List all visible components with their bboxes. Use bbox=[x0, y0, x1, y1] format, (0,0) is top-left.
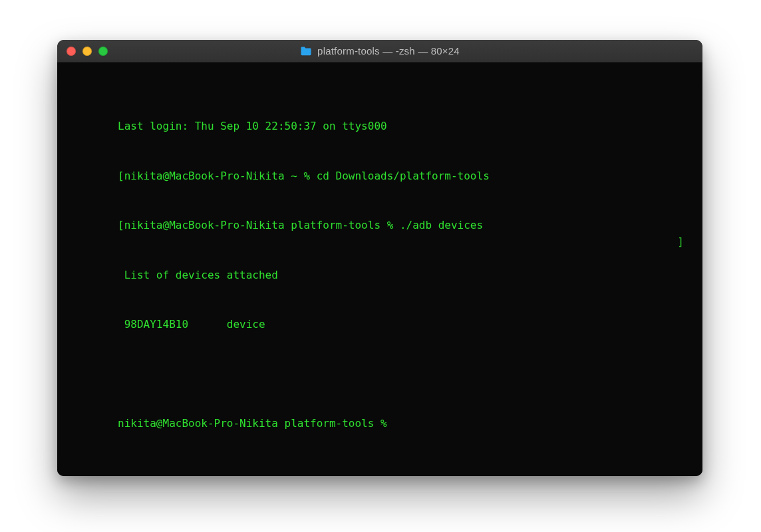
current-prompt: nikita@MacBook-Pro-Nikita platform-tools… bbox=[118, 417, 393, 430]
folder-icon bbox=[300, 47, 312, 56]
minimize-button[interactable] bbox=[82, 47, 92, 56]
window-title-text: platform-tools — -zsh — 80×24 bbox=[317, 45, 460, 57]
terminal-body[interactable]: Last login: Thu Sep 10 22:50:37 on ttys0… bbox=[57, 63, 702, 476]
output-line-2: 98DAY14B10 device bbox=[118, 318, 265, 331]
prompt-line-2: [nikita@MacBook-Pro-Nikita platform-tool… bbox=[118, 219, 483, 231]
zoom-button[interactable] bbox=[98, 47, 108, 56]
prompt-line-1: [nikita@MacBook-Pro-Nikita ~ % cd Downlo… bbox=[118, 170, 490, 182]
close-button[interactable] bbox=[67, 47, 76, 56]
last-login-line: Last login: Thu Sep 10 22:50:37 on ttys0… bbox=[118, 120, 387, 132]
traffic-lights bbox=[57, 47, 108, 56]
window-title: platform-tools — -zsh — 80×24 bbox=[57, 45, 702, 57]
terminal-window: platform-tools — -zsh — 80×24 Last login… bbox=[57, 40, 702, 476]
window-titlebar: platform-tools — -zsh — 80×24 bbox=[57, 40, 702, 63]
blank-line bbox=[67, 350, 693, 366]
right-bracket: ] bbox=[677, 234, 684, 251]
output-line-1: List of devices attached bbox=[118, 269, 278, 281]
